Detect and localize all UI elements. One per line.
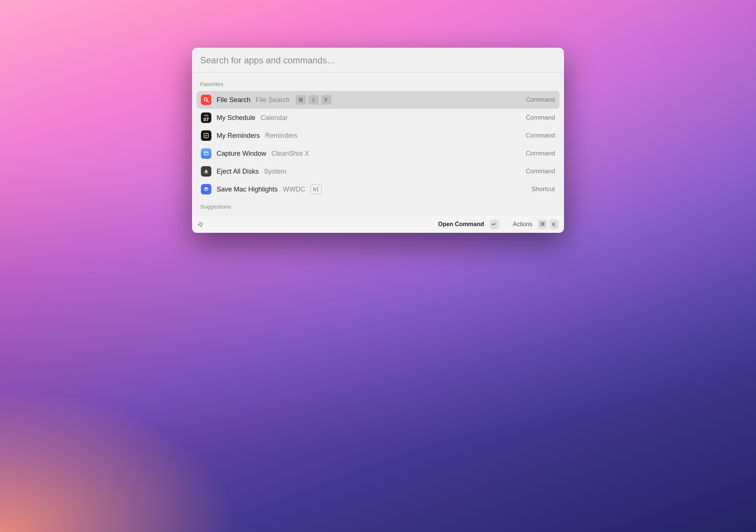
result-row-capture-window[interactable]: Capture Window CleanShot X Command [196, 145, 560, 162]
result-hotkey: ⌘ ⇧ F [296, 95, 331, 105]
checkbox-icon [201, 130, 211, 141]
layers-icon [201, 184, 211, 194]
result-title: My Reminders [217, 132, 260, 140]
result-type: Command [526, 168, 555, 175]
search-row [192, 48, 564, 73]
result-type: Command [526, 96, 555, 104]
svg-line-1 [207, 101, 208, 102]
enter-key-icon[interactable]: ↵ [489, 219, 499, 229]
result-title: Save Mac Highlights [217, 186, 278, 193]
result-subtitle: File Search [256, 96, 290, 104]
result-row-eject-all-disks[interactable]: Eject All Disks System Command [196, 162, 560, 180]
hotkey-key: ⌘ [296, 95, 306, 105]
result-title: Eject All Disks [217, 168, 259, 175]
result-subtitle: Calendar [261, 114, 288, 122]
svg-rect-7 [199, 221, 202, 224]
svg-rect-9 [201, 223, 203, 225]
result-title: File Search [217, 96, 251, 104]
footer-bar: Open Command ↵ Actions ⌘ K [192, 215, 564, 233]
section-header-favorites: Favorites [196, 76, 560, 91]
hotkey-key: ⌘ [538, 219, 548, 229]
eject-icon [201, 166, 211, 177]
result-row-my-reminders[interactable]: My Reminders Reminders Command [196, 127, 560, 145]
actions-hotkey[interactable]: ⌘ K [538, 219, 559, 229]
result-title: Capture Window [217, 150, 266, 158]
search-input[interactable] [200, 55, 556, 66]
raycast-logo-icon [197, 220, 205, 228]
result-subtitle: Reminders [265, 132, 297, 140]
actions-label[interactable]: Actions [513, 221, 532, 228]
search-icon [201, 95, 211, 105]
result-subtitle: System [264, 168, 286, 175]
calendar-day: 07 [204, 117, 209, 122]
result-type: Command [526, 114, 555, 121]
result-subtitle: WWDC [283, 186, 305, 193]
command-palette: Favorites File Search File Search ⌘ ⇧ F … [192, 48, 564, 233]
result-type: Command [526, 132, 555, 139]
calendar-icon: FEB 07 [201, 113, 211, 123]
hotkey-key: K [549, 219, 559, 229]
result-row-file-search[interactable]: File Search File Search ⌘ ⇧ F Command [196, 91, 560, 109]
open-command-label: Open Command [438, 221, 484, 228]
svg-rect-3 [204, 152, 208, 155]
svg-rect-6 [198, 223, 200, 226]
hotkey-key: ⇧ [308, 95, 319, 105]
result-type: Shortcut [532, 186, 555, 193]
svg-rect-2 [204, 133, 208, 138]
result-subtitle: CleanShot X [271, 150, 309, 158]
result-title: My Schedule [217, 114, 255, 122]
result-row-save-mac-highlights[interactable]: Save Mac Highlights WWDC hl Shortcut [196, 180, 560, 198]
window-icon [201, 148, 211, 159]
results-body: Favorites File Search File Search ⌘ ⇧ F … [192, 73, 564, 215]
divider [506, 221, 506, 228]
result-row-my-schedule[interactable]: FEB 07 My Schedule Calendar Command [196, 109, 560, 127]
section-header-suggestions: Suggestions [196, 198, 560, 213]
svg-rect-5 [204, 172, 208, 173]
result-badge: hl [311, 184, 322, 194]
hotkey-key: F [321, 95, 331, 105]
result-type: Command [526, 150, 555, 157]
